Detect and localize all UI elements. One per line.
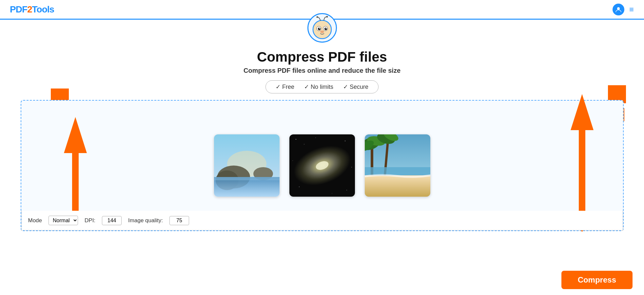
quality-label: Image quality:	[128, 217, 163, 224]
svg-point-27	[292, 160, 293, 161]
feature-free: ✓ Free	[276, 83, 294, 90]
page-subtitle: Compress PDF files online and reduce the…	[244, 67, 400, 74]
main-content: Compress PDF files Compress PDF files on…	[0, 43, 644, 231]
svg-point-10	[326, 16, 328, 18]
svg-marker-11	[64, 117, 87, 212]
svg-marker-13	[571, 94, 594, 215]
thumbnail-beach	[365, 134, 430, 197]
drop-zone[interactable]: Mode Normal High Low DPI: Image quality:	[21, 100, 624, 231]
svg-point-6	[319, 28, 320, 29]
feature-nolimits: ✓ No limits	[304, 83, 333, 90]
quality-input[interactable]	[169, 216, 189, 225]
svg-point-30	[346, 190, 347, 190]
thumbnails-row	[214, 134, 430, 197]
svg-rect-21	[214, 177, 280, 180]
svg-point-31	[315, 137, 316, 138]
svg-point-7	[325, 28, 326, 29]
dpi-input[interactable]	[102, 216, 122, 225]
feature-secure: ✓ Secure	[343, 83, 368, 90]
mascot	[307, 13, 337, 43]
mode-label: Mode	[28, 217, 42, 224]
svg-rect-44	[365, 175, 430, 197]
dpi-label: DPI:	[85, 217, 95, 224]
svg-point-24	[304, 144, 304, 145]
svg-point-28	[351, 167, 352, 167]
svg-point-23	[296, 139, 296, 140]
svg-point-8	[320, 30, 324, 33]
svg-point-32	[332, 193, 332, 193]
settings-bar: Mode Normal High Low DPI: Image quality:	[21, 211, 623, 230]
svg-point-9	[316, 16, 318, 18]
svg-point-1	[313, 20, 331, 39]
svg-point-25	[345, 141, 345, 141]
thumbnail-ocean	[214, 134, 280, 197]
svg-point-0	[617, 7, 620, 10]
thumbnail-galaxy	[289, 134, 355, 197]
mode-select[interactable]: Normal High Low	[49, 216, 78, 225]
svg-point-29	[299, 187, 300, 187]
features-badge: ✓ Free ✓ No limits ✓ Secure	[265, 80, 379, 93]
page-title: Compress PDF files	[257, 49, 387, 65]
mascot-container	[0, 13, 644, 43]
menu-icon[interactable]: ≡	[629, 5, 634, 14]
compress-button[interactable]: Compress	[561, 271, 633, 289]
